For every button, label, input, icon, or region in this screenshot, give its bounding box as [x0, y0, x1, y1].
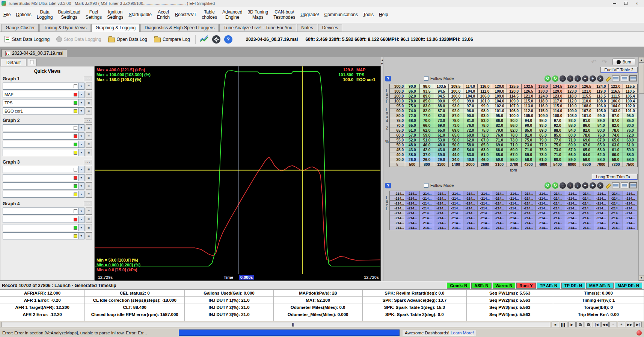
trim-cell[interactable]: -214... [463, 201, 478, 205]
ve-cell[interactable]: 72.0 [478, 133, 492, 137]
ve-cell[interactable]: 90.0 [463, 113, 478, 118]
close-button[interactable]: × [631, 0, 642, 6]
ve-cell[interactable]: 39.0 [434, 152, 448, 157]
ve-cell[interactable]: 87.0 [609, 118, 623, 123]
trim-cell[interactable]: -214... [536, 206, 550, 210]
trim-cell[interactable]: -214... [405, 215, 419, 220]
ve-cell[interactable]: 67.0 [478, 138, 492, 142]
menu-item-can-bus-testmodes[interactable]: CAN-bus/ Testmodes [271, 9, 298, 21]
ve-cell[interactable]: 78.0 [478, 123, 492, 128]
ve-cell[interactable]: 34.0 [449, 157, 463, 162]
series-select[interactable]: ▼ [3, 132, 84, 140]
redo-circle-button[interactable]: ↻ [552, 75, 558, 82]
ve-cell[interactable]: 102.0 [492, 104, 507, 108]
tab-tuning-dyno-views[interactable]: Tuning & Dyno Views [39, 24, 90, 32]
ve-cell[interactable]: 67.0 [565, 147, 579, 152]
menu-item-advanced-engine[interactable]: Advanced Engine [220, 9, 245, 21]
series-select[interactable]: ▼ [3, 149, 84, 156]
chevron-down-icon[interactable]: ▼ [78, 133, 84, 139]
ve-cell[interactable]: 73.0 [536, 152, 550, 157]
view-table-button[interactable] [612, 182, 620, 188]
ve-cell[interactable]: 118.0 [536, 99, 550, 103]
series-options-button[interactable]: ≡ [86, 91, 92, 98]
chevron-down-icon[interactable]: ▼ [78, 208, 84, 214]
ve-cell[interactable]: 65.0 [594, 143, 608, 147]
ve-cell[interactable]: 78.0 [405, 99, 419, 103]
ve-cell[interactable]: 81.0 [463, 118, 478, 123]
ve-cell[interactable]: 43.0 [434, 147, 448, 152]
ve-cell[interactable]: 71.0 [522, 147, 536, 152]
trim-cell[interactable]: -214... [420, 220, 434, 225]
ve-cell[interactable]: 74.0 [609, 133, 623, 137]
ve-cell[interactable]: 76.0 [492, 133, 507, 137]
ve-cell[interactable]: 44.0 [449, 152, 463, 157]
trim-cell[interactable]: -214... [579, 215, 594, 220]
series-options-button[interactable]: ≡ [86, 191, 92, 198]
ve-cell[interactable]: 132.5 [522, 84, 536, 89]
trim-cell[interactable]: -214... [478, 196, 492, 200]
trim-cell[interactable]: -214... [420, 225, 434, 230]
ve-cell[interactable]: 115.5 [579, 94, 594, 98]
ve-cell[interactable]: 43.0 [405, 147, 419, 152]
ve-cell[interactable]: 86.0 [492, 118, 507, 123]
ve-cell[interactable]: 82.0 [609, 123, 623, 128]
ve-cell[interactable]: 53.0 [463, 152, 478, 157]
trim-cell[interactable]: -214... [579, 201, 594, 205]
ve-cell[interactable]: 73.0 [507, 138, 521, 142]
ve-cell[interactable]: 80.0 [565, 133, 579, 137]
log-position-marker[interactable] [292, 323, 294, 326]
menu-item-startup-idle[interactable]: Startup/Idle [126, 12, 154, 18]
trim-cell[interactable]: -214... [434, 201, 448, 205]
series-options-button[interactable]: ≡ [86, 174, 92, 181]
graph-group-menu-button[interactable]: ··· [84, 160, 92, 164]
ve-cell[interactable]: 103.5 [434, 84, 448, 89]
ve-cell[interactable]: 106.0 [594, 104, 608, 108]
edit-pencil-button[interactable] [605, 182, 611, 189]
ve-cell[interactable]: 73.0 [434, 118, 448, 123]
step-forward-button[interactable]: + [618, 322, 625, 327]
trim-cell[interactable]: -214... [594, 201, 608, 205]
ve-cell[interactable]: 115.0 [536, 108, 550, 113]
chevron-down-icon[interactable]: ▼ [78, 149, 84, 156]
series-select[interactable]: ▼ [3, 83, 84, 90]
ve-cell[interactable]: 90.0 [405, 84, 419, 89]
ve-table-title[interactable]: Fuel VE Table 2 [600, 67, 638, 73]
ve-cell[interactable]: 89.0 [594, 118, 608, 123]
ve-cell[interactable]: 63.0 [623, 138, 637, 142]
ve-cell[interactable]: 125.5 [507, 84, 521, 89]
ve-cell[interactable]: 90.0 [507, 118, 521, 123]
ve-cell[interactable]: 78.0 [579, 133, 594, 137]
ve-cell[interactable]: 82.0 [434, 113, 448, 118]
trim-cell[interactable]: -214... [478, 220, 492, 225]
ve-cell[interactable]: 62.0 [594, 152, 608, 157]
trim-cell[interactable]: -214... [507, 191, 521, 196]
trim-cell[interactable]: -214... [536, 191, 550, 196]
chevron-down-icon[interactable]: ▼ [78, 183, 84, 189]
trim-cell[interactable]: -214... [405, 220, 419, 225]
redo-icon[interactable]: ↷ [602, 59, 607, 65]
ve-cell[interactable]: 116.5 [609, 89, 623, 93]
ve-cell[interactable]: 67.0 [594, 138, 608, 142]
ve-cell[interactable]: 70.0 [420, 118, 434, 123]
trim-cell[interactable]: -214... [594, 196, 608, 200]
skip-end-button[interactable]: ▶| [634, 322, 642, 327]
trim-cell[interactable]: -214... [536, 211, 550, 215]
tab-graphing-logging[interactable]: Graphing & Logging [91, 24, 140, 32]
ve-cell[interactable]: 92.0 [449, 108, 463, 113]
trim-cell[interactable]: -214... [420, 206, 434, 210]
ve-cell[interactable]: 95.0 [623, 113, 637, 118]
ve-cell[interactable]: 88.0 [550, 128, 565, 132]
ve-cell[interactable]: 97.0 [609, 113, 623, 118]
trim-table-title[interactable]: Long Term Trim Ta... [592, 174, 638, 180]
trim-cell[interactable]: -214... [609, 215, 623, 220]
rewind-button[interactable]: ◀◀ [601, 322, 609, 327]
ve-cell[interactable]: 64.0 [579, 152, 594, 157]
scrollbar-thumb[interactable] [639, 64, 644, 94]
ve-cell[interactable]: 103.0 [565, 113, 579, 118]
ve-cell[interactable]: 93.5 [420, 89, 434, 93]
trim-cell[interactable]: -214... [536, 196, 550, 200]
ve-cell[interactable]: 108.0 [550, 113, 565, 118]
ve-cell[interactable]: 107.0 [507, 104, 521, 108]
trim-cell[interactable]: -214... [522, 211, 536, 215]
ve-cell[interactable]: 86.0 [405, 89, 419, 93]
